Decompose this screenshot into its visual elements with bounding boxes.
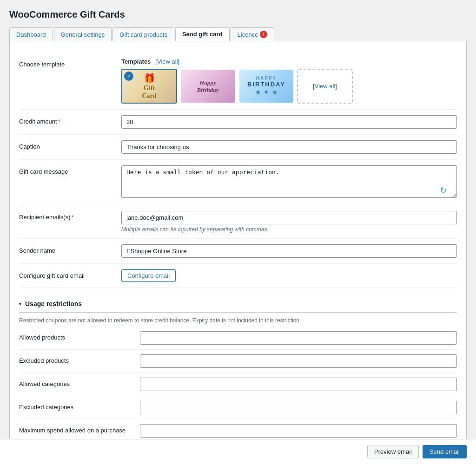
preview-email-button[interactable]: Preview email — [367, 445, 419, 458]
allowed-products-input[interactable] — [140, 331, 457, 345]
template-item-giftcard[interactable]: ✓ 🎁 GiftCard — [121, 69, 177, 104]
allowed-categories-label: Allowed categories — [19, 378, 140, 387]
max-spend-input[interactable] — [140, 424, 457, 438]
recipient-emails-row: Recipient emails(s)* Multiple emails can… — [19, 205, 457, 239]
allowed-categories-input[interactable] — [140, 378, 457, 391]
refresh-icon[interactable]: ↻ — [440, 185, 447, 196]
sender-name-row: Sender name — [19, 239, 457, 264]
allowed-products-label: Allowed products — [19, 331, 140, 341]
allowed-categories-row: Allowed categories — [19, 373, 457, 396]
template-item-birthday-blue[interactable]: HAPPY BIRTHDAY ★ ✦ ★ — [238, 69, 294, 104]
excluded-categories-wrap — [140, 401, 457, 414]
tab-dashboard[interactable]: Dashboard — [9, 27, 53, 41]
templates-wrap: Templates [View all] ✓ 🎁 GiftCard — [121, 58, 457, 104]
configure-email-button[interactable]: Configure email — [121, 269, 176, 282]
view-all-box-label: [View all] — [313, 83, 337, 90]
gift-card-message-wrap: Here is a small token of our appreciatio… — [121, 165, 457, 199]
choose-template-section: Choose template Templates [View all] ✓ 🎁… — [19, 52, 457, 110]
templates-header: Templates [View all] — [121, 58, 457, 65]
recipient-emails-help: Multiple emails can be inputted by separ… — [121, 226, 457, 233]
licence-badge: ! — [260, 31, 267, 38]
template-check-icon: ✓ — [124, 72, 133, 81]
excluded-products-row: Excluded products — [19, 350, 457, 373]
tab-general-settings[interactable]: General settings — [54, 27, 112, 41]
caption-label: Caption — [19, 140, 121, 150]
nav-tabs: Dashboard General settings Gift card pro… — [9, 27, 467, 41]
credit-amount-wrap — [121, 115, 457, 129]
sender-name-input[interactable] — [121, 244, 457, 258]
template-item-happybirthday[interactable]: HappyBirthday — [180, 69, 236, 104]
recipient-emails-input[interactable] — [121, 211, 457, 224]
caption-input[interactable] — [121, 140, 457, 154]
caption-wrap — [121, 140, 457, 154]
configure-email-row: Configure gift card email Configure emai… — [19, 264, 457, 288]
usage-restrictions-title: Usage restrictions — [25, 300, 82, 307]
usage-restrictions-header[interactable]: ▾ Usage restrictions — [19, 295, 457, 313]
recipient-emails-wrap: Multiple emails can be inputted by separ… — [121, 211, 457, 233]
excluded-products-input[interactable] — [140, 354, 457, 368]
sender-name-wrap — [121, 244, 457, 258]
allowed-categories-wrap — [140, 378, 457, 391]
excluded-categories-row: Excluded categories — [19, 396, 457, 419]
chevron-down-icon: ▾ — [19, 301, 21, 307]
sender-name-label: Sender name — [19, 244, 121, 254]
credit-amount-row: Credit amount* — [19, 110, 457, 135]
gift-card-message-textarea[interactable]: Here is a small token of our appreciatio… — [121, 165, 457, 198]
excluded-products-label: Excluded products — [19, 354, 140, 364]
send-email-button[interactable]: Send email — [423, 445, 467, 458]
max-spend-label: Maximum spend allowed on a purchase — [19, 424, 140, 434]
template-viewall-box[interactable]: [View all] — [297, 69, 353, 104]
content-panel: Choose template Templates [View all] ✓ 🎁… — [9, 41, 467, 464]
max-spend-wrap — [140, 424, 457, 438]
gift-card-message-row: Gift card message Here is a small token … — [19, 160, 457, 205]
gift-card-message-label: Gift card message — [19, 165, 121, 175]
footer-bar: Preview email Send email — [0, 439, 476, 464]
allowed-products-wrap — [140, 331, 457, 345]
allowed-products-row: Allowed products — [19, 327, 457, 350]
page-title: WooCommerce Gift Cards — [9, 9, 467, 20]
tab-licence[interactable]: Licence ! — [231, 27, 275, 41]
excluded-categories-label: Excluded categories — [19, 401, 140, 411]
view-all-link-top[interactable]: [View all] — [155, 58, 179, 65]
choose-template-label: Choose template — [19, 58, 121, 68]
configure-email-label: Configure gift card email — [19, 269, 121, 279]
tab-gift-card-products[interactable]: Gift card products — [112, 27, 174, 41]
tab-send-gift-card[interactable]: Send gift card — [175, 27, 230, 41]
credit-amount-label: Credit amount* — [19, 115, 121, 125]
textarea-wrap: Here is a small token of our appreciatio… — [121, 165, 457, 199]
caption-row: Caption — [19, 135, 457, 160]
excluded-products-wrap — [140, 354, 457, 368]
usage-restrictions-description: Restricted coupons are not allowed to re… — [19, 313, 457, 327]
recipient-emails-label: Recipient emails(s)* — [19, 211, 121, 221]
configure-email-wrap: Configure email — [121, 269, 457, 282]
credit-amount-input[interactable] — [121, 115, 457, 129]
templates-title: Templates — [121, 58, 151, 65]
templates-grid: ✓ 🎁 GiftCard HappyBirthday — [121, 69, 457, 104]
excluded-categories-input[interactable] — [140, 401, 457, 414]
